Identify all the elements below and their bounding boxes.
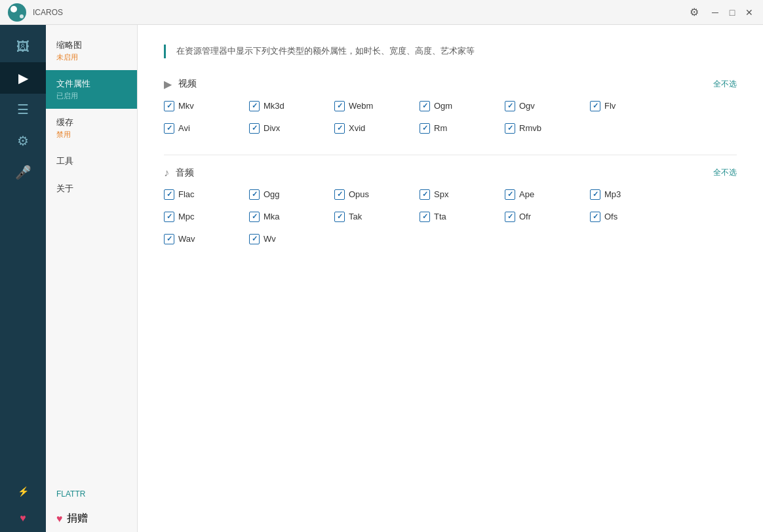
list-item: Flv bbox=[590, 101, 675, 111]
subnav-cache[interactable]: 缓存 禁用 bbox=[46, 109, 137, 147]
checkbox-ofs[interactable] bbox=[590, 212, 600, 222]
subnav-about-label: 关于 bbox=[56, 183, 127, 195]
list-item: Mp3 bbox=[590, 189, 675, 200]
audio-section: ♪ 音频 全不选 Flac Ogg Opus Spx Ape Mp3 Mpc M… bbox=[164, 167, 737, 250]
checkbox-ape[interactable] bbox=[505, 189, 515, 200]
subnav-file-props[interactable]: 文件属性 已启用 bbox=[46, 70, 137, 109]
subnav-flattr[interactable]: FLATTR bbox=[46, 483, 137, 505]
maximize-button[interactable]: □ bbox=[726, 7, 738, 18]
list-item: Rmvb bbox=[505, 123, 590, 134]
checkbox-opus[interactable] bbox=[334, 189, 345, 200]
format-label: Xvid bbox=[349, 123, 365, 133]
list-item: Rm bbox=[420, 123, 505, 134]
titlebar: ICAROS ⚙ ─ □ ✕ bbox=[0, 0, 763, 25]
checkbox-ogg[interactable] bbox=[249, 189, 260, 200]
subnav-cache-status: 禁用 bbox=[56, 130, 127, 140]
list-item: Ape bbox=[505, 189, 590, 200]
window-controls: ⚙ ─ □ ✕ bbox=[690, 6, 755, 18]
checkbox-tak[interactable] bbox=[334, 212, 345, 222]
video-deselect-all[interactable]: 全不选 bbox=[713, 79, 737, 90]
minimize-button[interactable]: ─ bbox=[709, 7, 721, 18]
list-item: Ofr bbox=[505, 212, 590, 222]
format-label: Tak bbox=[349, 212, 362, 221]
list-item: Xvid bbox=[334, 123, 420, 134]
format-label: Ogg bbox=[264, 189, 280, 199]
sidebar-item-flattr[interactable]: ⚡ bbox=[0, 478, 46, 504]
checkbox-mka[interactable] bbox=[249, 212, 260, 222]
audio-format-grid: Flac Ogg Opus Spx Ape Mp3 Mpc Mka Tak Tt… bbox=[164, 189, 737, 250]
app-title: ICAROS bbox=[33, 8, 690, 17]
format-label: Mka bbox=[264, 212, 280, 221]
checkbox-webm[interactable] bbox=[334, 101, 345, 111]
list-item: Ofs bbox=[590, 212, 675, 222]
subnav-tools[interactable]: 工具 bbox=[46, 147, 137, 175]
list-item: Spx bbox=[420, 189, 505, 200]
list-item: Divx bbox=[249, 123, 334, 134]
checkbox-wav[interactable] bbox=[164, 234, 174, 244]
list-item: Flac bbox=[164, 189, 249, 200]
checkbox-rm[interactable] bbox=[420, 123, 430, 134]
list-item: Mpc bbox=[164, 212, 249, 222]
sidebar-item-thumbnails[interactable]: 🖼 bbox=[0, 31, 46, 62]
format-label: Spx bbox=[434, 189, 448, 199]
list-item: Mkv bbox=[164, 101, 249, 111]
close-button[interactable]: ✕ bbox=[743, 7, 755, 18]
audio-deselect-all[interactable]: 全不选 bbox=[713, 167, 737, 178]
subnav-thumbnails-label: 缩略图 bbox=[56, 39, 127, 51]
format-label: Mk3d bbox=[264, 101, 284, 111]
list-item: Wav bbox=[164, 234, 249, 244]
checkbox-flv[interactable] bbox=[590, 101, 600, 111]
image-icon: 🖼 bbox=[16, 39, 29, 54]
checkbox-wv[interactable] bbox=[249, 234, 260, 244]
format-label: Webm bbox=[349, 101, 373, 111]
video-format-grid: Mkv Mk3d Webm Ogm Ogv Flv Avi Divx Xvid … bbox=[164, 101, 737, 139]
list-item: Tta bbox=[420, 212, 505, 222]
format-label: Rm bbox=[434, 123, 447, 133]
format-label: Mp3 bbox=[604, 189, 621, 199]
subnav-donate[interactable]: ♥ 捐赠 bbox=[46, 505, 137, 532]
format-label: Wav bbox=[178, 234, 195, 244]
settings-icon[interactable]: ⚙ bbox=[690, 6, 699, 18]
sidebar-item-file-props[interactable]: ▶ bbox=[0, 62, 46, 94]
heart-icon: ♥ bbox=[20, 512, 26, 524]
checkbox-ofr[interactable] bbox=[505, 212, 515, 222]
checkbox-ogv[interactable] bbox=[505, 101, 515, 111]
sidebar: 🖼 ▶ ☰ ⚙ 🎤 ⚡ ♥ bbox=[0, 25, 46, 532]
audio-title-group: ♪ 音频 bbox=[164, 167, 194, 179]
list-item: Ogg bbox=[249, 189, 334, 200]
sidebar-item-donate[interactable]: ♥ bbox=[0, 504, 46, 532]
checkbox-xvid[interactable] bbox=[334, 123, 345, 134]
checkbox-ogm[interactable] bbox=[420, 101, 430, 111]
format-label: Mpc bbox=[178, 212, 195, 221]
format-label: Rmvb bbox=[519, 123, 541, 133]
format-label: Tta bbox=[434, 212, 446, 221]
subnav-about[interactable]: 关于 bbox=[46, 175, 137, 202]
checkbox-avi[interactable] bbox=[164, 123, 174, 134]
share-icon: ⚡ bbox=[18, 486, 29, 497]
checkbox-spx[interactable] bbox=[420, 189, 430, 200]
checkbox-flac[interactable] bbox=[164, 189, 174, 200]
subnav-thumbnails[interactable]: 缩略图 未启用 bbox=[46, 31, 137, 70]
checkbox-rmvb[interactable] bbox=[505, 123, 515, 134]
list-item: Avi bbox=[164, 123, 249, 134]
sidebar-item-tools[interactable]: ⚙ bbox=[0, 125, 46, 157]
format-label: Ape bbox=[519, 189, 534, 199]
sidebar-item-cache[interactable]: ☰ bbox=[0, 94, 46, 125]
subnav-file-props-label: 文件属性 bbox=[56, 78, 127, 90]
checkbox-mpc[interactable] bbox=[164, 212, 174, 222]
format-label: Ogv bbox=[519, 101, 535, 111]
checkbox-tta[interactable] bbox=[420, 212, 430, 222]
format-label: Ofs bbox=[604, 212, 617, 221]
audio-section-header: ♪ 音频 全不选 bbox=[164, 167, 737, 179]
donate-label: 捐赠 bbox=[67, 512, 88, 525]
checkbox-mkv[interactable] bbox=[164, 101, 174, 111]
list-item: Opus bbox=[334, 189, 420, 200]
audio-section-icon: ♪ bbox=[164, 167, 169, 179]
sidebar-item-about[interactable]: 🎤 bbox=[0, 157, 46, 188]
video-section-icon: ▶ bbox=[164, 78, 172, 90]
format-label: Divx bbox=[264, 123, 280, 133]
checkbox-mk3d[interactable] bbox=[249, 101, 260, 111]
list-item: Webm bbox=[334, 101, 420, 111]
checkbox-divx[interactable] bbox=[249, 123, 260, 134]
checkbox-mp3[interactable] bbox=[590, 189, 600, 200]
